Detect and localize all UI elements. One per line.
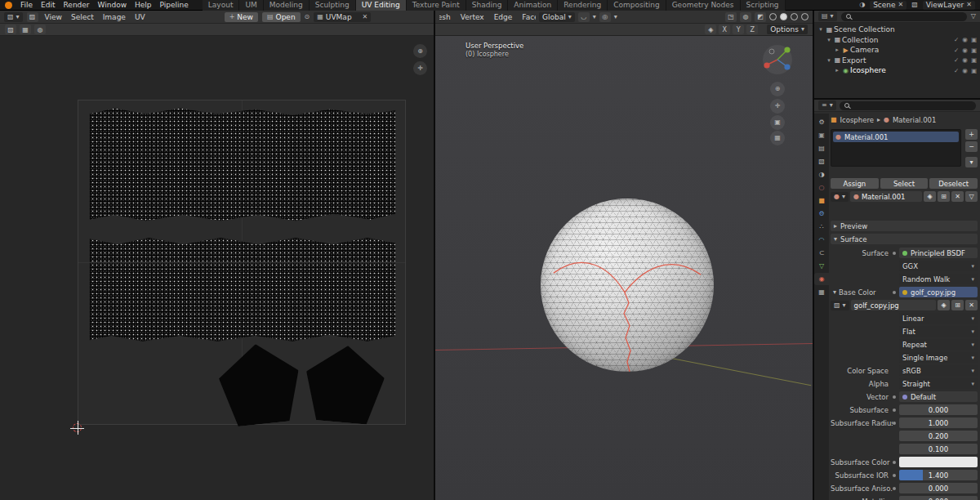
keyframe-dot[interactable]	[893, 395, 896, 399]
checkbox-icon[interactable]: ✓	[954, 67, 959, 74]
material-slot-row[interactable]: ● Material.001	[833, 132, 959, 142]
expand-icon[interactable]: ▸	[833, 47, 841, 53]
uv-2d-cursor[interactable]	[73, 423, 82, 432]
tab-scene[interactable]: ◑	[814, 168, 829, 181]
shading-wireframe-icon[interactable]	[769, 13, 777, 20]
viewport-pan-icon[interactable]: ✛	[770, 99, 785, 114]
vp-menu-mesh[interactable]: Mesh	[439, 13, 453, 21]
subsurface-aniso-slider[interactable]: 0.000	[899, 483, 978, 493]
tab-world[interactable]: ○	[814, 181, 829, 194]
base-color-image-button[interactable]: golf_copy.jpg	[899, 287, 978, 297]
outliner-search-input[interactable]	[841, 12, 967, 21]
duplicate-image-button[interactable]: ⊞	[951, 300, 964, 310]
viewlayer-selector[interactable]: ViewLayer ✕	[923, 1, 975, 10]
subsurface-ior-slider[interactable]: 1.400	[899, 470, 978, 480]
browse-material-button[interactable]: ● ▾	[831, 192, 849, 202]
shading-solid-icon[interactable]	[780, 13, 787, 20]
viewport-canvas[interactable]: User Perspective (0) Icosphere	[435, 36, 813, 500]
workspace-tab-animation[interactable]: Animation	[508, 0, 558, 11]
outliner-editor-type-button[interactable]: ▤ ▾	[818, 11, 837, 21]
select-button[interactable]: Select	[880, 178, 929, 189]
viewlayer-unlink-icon[interactable]: ✕	[966, 2, 972, 8]
tab-view-layer[interactable]: ▧	[814, 155, 829, 167]
browse-image-button[interactable]: ▨ ▾	[831, 301, 849, 310]
menu-render[interactable]: Render	[60, 1, 94, 9]
surface-shader-button[interactable]: Principled BSDF	[899, 248, 978, 258]
checkbox-icon[interactable]: ✓	[954, 56, 959, 64]
subsurface-color-swatch[interactable]	[899, 457, 978, 467]
mirror-z-toggle[interactable]: Z	[746, 25, 758, 34]
material-name-field[interactable]: ● Material.001	[850, 191, 922, 202]
render-visibility-icon[interactable]: ▣	[971, 47, 977, 54]
menu-window[interactable]: Window	[94, 1, 131, 9]
expand-icon[interactable]: ▸	[833, 67, 841, 74]
uv-zoom-icon[interactable]: ⊕	[413, 44, 427, 58]
material-slot-list[interactable]: ● Material.001	[831, 129, 961, 167]
vp-menu-edge[interactable]: Edge	[492, 13, 515, 21]
uv-menu-view[interactable]: View	[42, 13, 65, 21]
unlink-material-button[interactable]: ✕	[951, 191, 964, 202]
uv-canvas[interactable]: ⊕ ✛	[0, 36, 434, 500]
extension-dropdown[interactable]: Repeat ▾	[899, 339, 978, 350]
tab-constraints[interactable]: ⊂	[814, 247, 829, 259]
overlays-toggle-icon[interactable]: ◍	[740, 12, 751, 22]
eye-icon[interactable]: ◉	[962, 56, 968, 64]
tab-physics[interactable]: ◠	[814, 234, 829, 246]
tab-modifiers[interactable]: ⚙	[814, 208, 829, 220]
uv-menu-image[interactable]: Image	[100, 13, 128, 21]
workspace-tab-shading[interactable]: Shading	[466, 0, 509, 11]
vector-button[interactable]: Default	[899, 391, 978, 402]
metallic-slider[interactable]: 0.000	[899, 496, 978, 500]
keyframe-dot[interactable]	[893, 408, 896, 412]
new-material-button[interactable]: ⊞	[938, 191, 950, 202]
new-image-button[interactable]: + New	[225, 12, 258, 22]
workspace-tab-um[interactable]: UM	[239, 0, 263, 11]
workspace-tab-geometry-nodes[interactable]: Geometry Nodes	[666, 0, 741, 11]
filter-button[interactable]: ▽	[965, 191, 978, 202]
workspace-tab-modeling[interactable]: Modeling	[264, 0, 310, 11]
outliner-row-collection[interactable]: ▾ ▦ Collection ✓◉▣	[814, 35, 980, 46]
snap-magnet-icon[interactable]: ◡	[578, 12, 590, 22]
radius-x-slider[interactable]: 1.000	[899, 417, 978, 428]
uv-display-repeat-icon[interactable]: ▦	[20, 25, 31, 34]
uv-menu-uv[interactable]: UV	[132, 13, 148, 21]
add-slot-button[interactable]: +	[965, 129, 978, 140]
tab-object-data[interactable]: ▽	[814, 260, 829, 272]
interpolation-dropdown[interactable]: Linear ▾	[899, 313, 978, 324]
remove-slot-button[interactable]: −	[965, 141, 978, 152]
uv-editor-type-button[interactable]: ▧ ▾	[4, 12, 23, 22]
navigation-gizmo[interactable]	[762, 44, 793, 75]
outliner-row-camera[interactable]: ▸ ▶ Camera ✓◉▣	[814, 45, 980, 56]
tab-output[interactable]: ▤	[814, 142, 829, 154]
uv-island-top[interactable]	[87, 107, 399, 223]
mirror-y-toggle[interactable]: Y	[733, 25, 744, 34]
viewport-ortho-icon[interactable]: ▦	[770, 131, 785, 145]
uv-island-pentagon-left[interactable]	[216, 340, 304, 428]
blender-logo-icon[interactable]	[5, 2, 12, 9]
checkbox-icon[interactable]: ✓	[954, 47, 959, 54]
tab-material[interactable]: ◉	[814, 273, 829, 285]
uv-menu-select[interactable]: Select	[69, 13, 96, 21]
breadcrumb-object[interactable]: Icosphere	[840, 116, 874, 124]
workspace-tab-uv-editing[interactable]: UV Editing	[356, 0, 407, 11]
keyframe-dot[interactable]	[893, 487, 896, 490]
snap-dropdown-icon[interactable]: ▾	[593, 14, 596, 20]
mirror-x-toggle[interactable]: X	[719, 25, 730, 34]
eye-icon[interactable]: ◉	[962, 67, 968, 74]
render-visibility-icon[interactable]: ▣	[971, 67, 977, 74]
properties-search-input[interactable]	[840, 101, 976, 110]
eye-icon[interactable]: ◉	[962, 47, 968, 54]
keyframe-dot[interactable]	[893, 474, 896, 477]
scene-selector[interactable]: Scene ✕	[870, 1, 906, 10]
preview-panel-header[interactable]: ▸ Preview	[831, 221, 978, 231]
expand-icon[interactable]: ▾	[825, 37, 833, 43]
workspace-tab-rendering[interactable]: Rendering	[558, 0, 608, 11]
expand-icon[interactable]: ▾	[817, 26, 825, 33]
pin-icon[interactable]: ⊙	[305, 14, 310, 20]
keyframe-dot[interactable]	[893, 461, 896, 464]
mirror-icon[interactable]: ◈	[705, 25, 716, 34]
uvmap-close-icon[interactable]: ✕	[363, 14, 368, 20]
surface-panel-header[interactable]: ▾ Surface	[831, 234, 978, 244]
subsurface-slider[interactable]: 0.000	[899, 404, 978, 415]
expand-icon[interactable]: ▾	[831, 289, 839, 296]
